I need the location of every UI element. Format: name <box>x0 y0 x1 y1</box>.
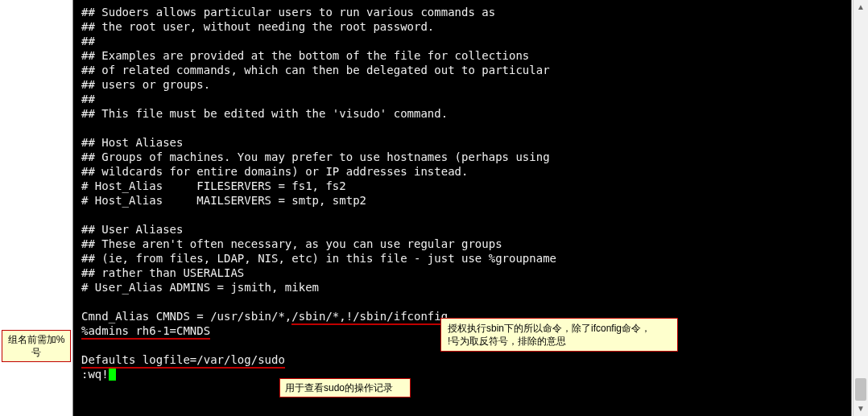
file-line: ## Groups of machines. You may prefer to… <box>81 150 550 163</box>
file-line: ## Sudoers allows particular users to ru… <box>81 6 495 19</box>
scrollbar[interactable]: ▲ ▼ <box>853 0 868 416</box>
scroll-up-arrow[interactable]: ▲ <box>854 0 868 14</box>
cmnd-alias-highlight: /sbin/*,!/sbin/ifconfig <box>291 310 448 325</box>
annotation-line: !号为取反符号，排除的意思 <box>448 335 671 348</box>
file-line: ## Examples are provided at the bottom o… <box>81 49 529 62</box>
scroll-down-arrow[interactable]: ▼ <box>854 402 868 416</box>
defaults-logfile-line: Defaults logfile=/var/log/sudo <box>81 353 285 369</box>
terminal[interactable]: ## Sudoers allows particular users to ru… <box>72 0 852 416</box>
file-line: # Host_Alias MAILSERVERS = smtp, smtp2 <box>81 194 366 207</box>
file-line: ## <box>81 35 95 47</box>
file-line: ## <box>81 93 95 105</box>
cursor <box>109 369 116 381</box>
annotation-logfile: 用于查看sudo的操作记录 <box>279 378 411 397</box>
vi-command-line[interactable]: :wq! <box>81 368 116 381</box>
file-line: ## of related commands, which can then b… <box>81 64 550 76</box>
file-line: ## wildcards for entire domains) or IP a… <box>81 165 468 178</box>
file-line: ## (ie, from files, LDAP, NIS, etc) in t… <box>81 252 556 265</box>
file-line: ## rather than USERALIAS <box>81 266 244 279</box>
scroll-thumb[interactable] <box>855 378 866 401</box>
file-line: ## users or groups. <box>81 78 210 91</box>
cmnd-alias-line: Cmnd_Alias CMNDS = /usr/sbin/*,/sbin/*,!… <box>81 310 448 325</box>
annotation-group-prefix: 组名前需加%号 <box>2 330 71 362</box>
file-line: ## This file must be edited with the 'vi… <box>81 107 448 120</box>
annotation-cmnd-alias: 授权执行sbin下的所以命令，除了ifconfig命令， !号为取反符号，排除的… <box>440 318 678 352</box>
screenshot-root: ## Sudoers allows particular users to ru… <box>0 0 868 416</box>
file-line: ## User Aliases <box>81 223 183 236</box>
file-line: # Host_Alias FILESERVERS = fs1, fs2 <box>81 179 346 192</box>
file-line: ## These aren't often necessary, as you … <box>81 237 502 250</box>
file-line: ## the root user, without needing the ro… <box>81 20 434 33</box>
admins-rule-line: %admins rh6-1=CMNDS <box>81 324 210 340</box>
annotation-line: 授权执行sbin下的所以命令，除了ifconfig命令， <box>448 322 671 335</box>
file-line: # User_Alias ADMINS = jsmith, mikem <box>81 281 319 294</box>
file-line: ## Host Aliases <box>81 136 183 149</box>
